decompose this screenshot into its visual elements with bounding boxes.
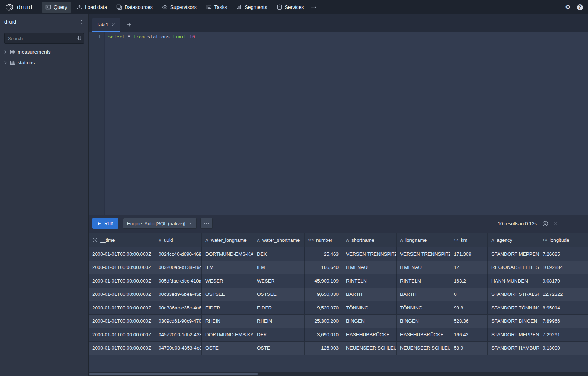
cell-uuid[interactable]: 04790e03-4353-4e80-be [155,342,202,355]
column-header-shortname[interactable]: Ashortname [342,233,397,247]
cell-__time[interactable]: 2000-01-01T00:00:00.000Z [89,328,155,341]
cell-shortname[interactable]: HASEHUBBRÜCKE [342,328,397,341]
column-header-agency[interactable]: Aagency [488,233,539,247]
cell-longitude[interactable]: 9.13090 [539,342,588,355]
cell-km[interactable]: 99.8 [450,301,488,314]
query-editor[interactable]: 1 select * from stations limit 10 [89,32,588,215]
cell-longname[interactable]: TÖNNING [397,301,450,314]
cell-water_longname[interactable]: DORTMUND-EMS-KANAL [202,328,253,341]
scrollbar-thumb[interactable] [89,373,258,375]
cell-water_shortname[interactable]: EIDER [253,301,305,314]
column-header-number[interactable]: 123number [305,233,342,247]
cell-agency[interactable]: HANN-MÜNDEN [488,274,539,288]
engine-select[interactable]: Engine: Auto [SQL (native)] [123,218,197,229]
nav-load-data[interactable]: Load data [73,2,111,13]
cell-km[interactable]: 12 [450,261,488,274]
cell-number[interactable]: 9,520,070 [305,301,342,314]
cell-longitude[interactable]: 9.08170 [539,274,588,288]
brand[interactable]: druid [5,3,33,12]
cell-longname[interactable]: RINTELN [397,274,450,288]
column-header-uuid[interactable]: Auuid [155,233,202,247]
cell-number[interactable]: 166,640 [305,261,342,274]
cell-uuid[interactable]: 00c33ed9-6bea-45b4-87 [155,288,202,301]
cell-__time[interactable]: 2000-01-01T00:00:00.000Z [89,342,155,355]
cell-longitude[interactable]: 7.29291 [539,328,588,341]
cell-longitude[interactable]: 12.72322 [539,288,588,301]
cell-agency[interactable]: STANDORT BINGEN [488,315,539,328]
cell-longitude[interactable]: 10.92884 [539,261,588,274]
cell-shortname[interactable]: ILMENAU [342,261,397,274]
double-caret-vertical-icon[interactable] [79,19,84,24]
cell-water_longname[interactable]: OSTSEE [202,288,253,301]
cell-longname[interactable]: BINGEN [397,315,450,328]
ellipsis-icon[interactable] [308,2,320,13]
cell-__time[interactable]: 2000-01-01T00:00:00.000Z [89,274,155,288]
close-icon[interactable] [112,22,116,26]
chevron-right-icon[interactable] [3,49,8,54]
cell-uuid[interactable]: 0309cd61-90c9-470e-99 [155,315,202,328]
sidebar-item-measurements[interactable]: measurements [0,47,88,57]
filter-sliders-icon[interactable] [76,35,81,42]
cell-shortname[interactable]: BINGEN [342,315,397,328]
cell-km[interactable]: 528.36 [450,315,488,328]
cell-shortname[interactable]: VERSEN TRENNSPITZE [342,247,397,261]
cell-water_longname[interactable]: RHEIN [202,315,253,328]
sidebar-item-stations[interactable]: stations [0,57,88,68]
cell-shortname[interactable]: TÖNNING [342,301,397,314]
cell-shortname[interactable]: NEUENSEER SCHLEUSEN [342,342,397,355]
column-header-water_longname[interactable]: Awater_longname [202,233,253,247]
cell-km[interactable]: 58.9 [450,342,488,355]
cell-uuid[interactable]: 0024cc40-d690-468d-84 [155,247,202,261]
close-icon[interactable] [554,221,558,226]
cell-water_shortname[interactable]: WESER [253,274,305,288]
cell-agency[interactable]: STANDORT STRALSUND [488,288,539,301]
cell-number[interactable]: 25,300,200 [305,315,342,328]
tab-tab-1[interactable]: Tab 1 [92,18,120,32]
cell-km[interactable]: 0 [450,288,488,301]
nav-tasks[interactable]: Tasks [202,2,231,13]
cell-uuid[interactable]: 005dfdae-efcc-410a-bf1 [155,274,202,288]
column-header-longname[interactable]: Alongname [397,233,450,247]
cell-longname[interactable]: HASEHUBBRÜCKE [397,328,450,341]
query-code-line[interactable]: select * from stations limit 10 [105,32,195,215]
cell-agency[interactable]: STANDORT MEPPEN [488,247,539,261]
cell-longname[interactable]: NEUENSEER SCHLEUSEN [397,342,450,355]
cell-shortname[interactable]: RINTELN [342,274,397,288]
cell-longname[interactable]: VERSEN TRENNSPITZE [397,247,450,261]
query-more-button[interactable] [200,218,213,229]
nav-supervisors[interactable]: Supervisors [158,2,201,13]
column-header-km[interactable]: 1.0km [450,233,488,247]
chevron-right-icon[interactable] [3,60,8,65]
column-header-water_shortname[interactable]: Awater_shortname [253,233,305,247]
cell-water_shortname[interactable]: DEK [253,247,305,261]
cell-__time[interactable]: 2000-01-01T00:00:00.000Z [89,288,155,301]
cell-water_longname[interactable]: EIDER [202,301,253,314]
cell-uuid[interactable]: 003200ab-d138-49d9-aa [155,261,202,274]
cell-water_longname[interactable]: ILM [202,261,253,274]
cell-water_shortname[interactable]: ILM [253,261,305,274]
cell-longitude[interactable]: 7.26085 [539,247,588,261]
cell-water_shortname[interactable]: DEK [253,328,305,341]
cell-__time[interactable]: 2000-01-01T00:00:00.000Z [89,261,155,274]
cell-number[interactable]: 3,690,010 [305,328,342,341]
cell-longname[interactable]: ILMENAU [397,261,450,274]
cell-water_shortname[interactable]: OSTE [253,342,305,355]
cell-agency[interactable]: REGIONALSTELLE SUHL [488,261,539,274]
download-icon[interactable] [542,221,548,227]
column-header-longitude[interactable]: 1.0longitude [539,233,588,247]
cell-water_longname[interactable]: OSTE [202,342,253,355]
column-header-__time[interactable]: __time [89,233,155,247]
cell-__time[interactable]: 2000-01-01T00:00:00.000Z [89,315,155,328]
cell-number[interactable]: 45,900,109 [305,274,342,288]
cell-longitude[interactable]: 7.89966 [539,315,588,328]
run-button[interactable]: Run [92,218,118,229]
cell-km[interactable]: 171.309 [450,247,488,261]
cell-water_longname[interactable]: DORTMUND-EMS-KANAL [202,247,253,261]
cell-shortname[interactable]: BARTH [342,288,397,301]
cell-agency[interactable]: STANDORT TÖNNING [488,301,539,314]
plus-icon[interactable] [123,18,135,32]
search-input[interactable] [4,33,84,44]
cell-longname[interactable]: BARTH [397,288,450,301]
settings-icon[interactable]: ⚙ [565,4,571,10]
horizontal-scrollbar[interactable] [89,372,588,376]
